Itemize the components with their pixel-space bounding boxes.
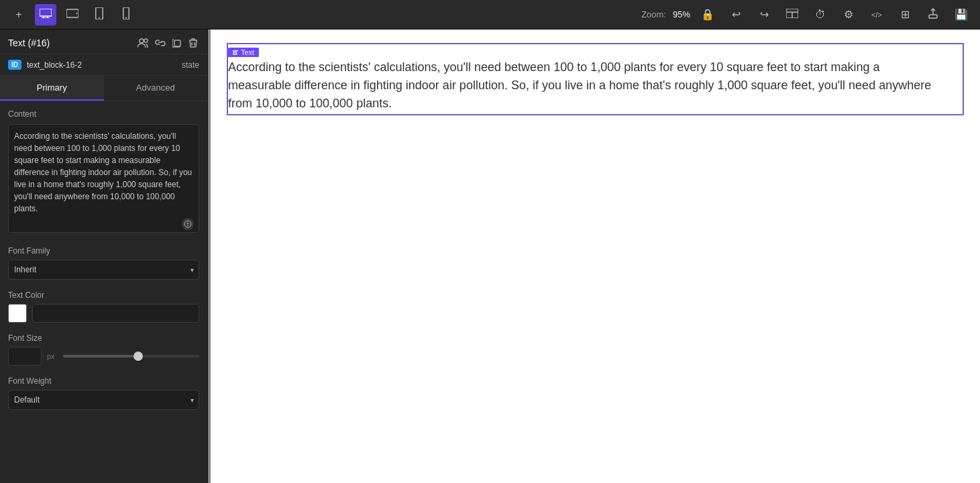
content-textarea[interactable]: According to the scientists' calculation… [8,124,199,233]
code-button[interactable]: </> [866,4,887,25]
duplicate-button[interactable] [171,37,183,49]
add-button[interactable]: + [8,4,30,25]
top-toolbar: + Zoom: 95% 🔒 ↩ [0,0,980,30]
font-size-section: Font Size px [8,333,199,366]
text-badge: Text [228,48,259,57]
toolbar-left: + [8,4,137,25]
lock-button[interactable]: 🔒 [697,4,718,25]
tablet-portrait-icon [95,7,103,22]
desktop-view-button[interactable] [35,4,56,25]
font-size-label: Font Size [8,333,199,343]
slider-thumb[interactable] [133,352,143,361]
svg-rect-24 [233,54,237,55]
save-icon: 💾 [955,8,968,21]
tablet-landscape-button[interactable] [62,4,83,25]
canvas-body-text: According to the scientists' calculation… [228,58,932,113]
undo-icon: ↩ [732,8,741,21]
text-color-label: Text Color [8,290,199,300]
save-button[interactable]: 💾 [950,4,972,25]
canvas-inner: Text According to the scientists' calcul… [211,30,980,483]
tab-primary[interactable]: Primary [0,76,104,101]
mobile-button[interactable] [115,4,137,25]
font-size-input[interactable] [8,347,42,366]
grid-button[interactable]: ⊞ [894,4,916,25]
redo-icon: ↪ [760,8,769,21]
plus-icon: + [15,9,21,21]
text-block-selected[interactable]: Text According to the scientists' calcul… [227,43,964,115]
svg-point-20 [184,221,191,227]
ai-assist-icon[interactable] [182,218,194,230]
timer-icon: ⏱ [815,9,826,21]
svg-point-14 [140,39,144,43]
svg-point-5 [76,13,78,14]
svg-rect-13 [929,15,937,18]
font-family-section: Font Family Inherit Arial Georgia Helvet… [8,246,199,280]
text-badge-label: Text [241,48,254,56]
font-family-select[interactable]: Inherit Arial Georgia Helvetica [8,260,199,280]
toolbar-right: Zoom: 95% 🔒 ↩ ↪ ⏱ ⚙ </> ⊞ [641,4,972,25]
layout-icon [786,9,798,21]
timer-button[interactable]: ⏱ [810,4,831,25]
mobile-icon [123,7,129,22]
settings-gear-button[interactable]: ⚙ [838,4,859,25]
svg-rect-17 [174,40,180,46]
content-section: Content According to the scientists' cal… [8,109,199,235]
grid-icon: ⊞ [901,8,910,21]
slider-row: px [8,347,199,366]
canvas-content: Text According to the scientists' calcul… [211,30,980,129]
redo-button[interactable]: ↪ [753,4,775,25]
svg-rect-23 [233,52,237,54]
undo-button[interactable]: ↩ [725,4,747,25]
delete-button[interactable] [187,36,199,50]
panel-title: Text (#16) [8,38,50,48]
color-row [8,304,199,323]
main-layout: Text (#16) ID text_block-16-2 state [0,30,980,483]
panel-actions [136,36,199,50]
svg-rect-22 [233,50,238,52]
font-size-slider[interactable] [63,355,199,358]
tabs-row: Primary Advanced [0,76,207,101]
id-row: ID text_block-16-2 state [0,54,207,76]
layout-button[interactable] [781,4,803,25]
font-family-label: Font Family [8,246,199,256]
color-swatch[interactable] [8,304,27,323]
users-button[interactable] [136,37,150,49]
svg-point-15 [144,39,148,42]
textarea-wrapper: According to the scientists' calculation… [8,124,199,235]
svg-rect-0 [40,9,52,16]
code-icon: </> [871,11,882,19]
font-weight-select-wrapper: Default Normal Bold ▾ [8,390,199,410]
tab-advanced[interactable]: Advanced [104,76,208,101]
font-weight-label: Font Weight [8,376,199,386]
gear-icon: ⚙ [844,8,853,21]
zoom-value: 95% [673,9,690,19]
id-badge: ID [8,60,21,70]
svg-point-21 [187,225,188,226]
lock-icon: 🔒 [701,8,714,21]
color-value-input[interactable] [32,304,199,323]
tablet-landscape-icon [66,9,78,21]
id-value: text_block-16-2 [27,60,176,70]
text-color-section: Text Color [8,290,199,323]
slider-fill [63,355,138,358]
canvas-area[interactable]: Text According to the scientists' calcul… [208,30,980,483]
tablet-portrait-button[interactable] [89,4,110,25]
panel-content: Content According to the scientists' cal… [0,101,207,483]
font-weight-select[interactable]: Default Normal Bold [8,390,199,410]
panel-header: Text (#16) [0,30,207,54]
content-label: Content [8,109,199,119]
link-button[interactable] [154,37,167,49]
svg-point-9 [125,17,127,18]
left-panel: Text (#16) ID text_block-16-2 state [0,30,208,483]
font-weight-section: Font Weight Default Normal Bold ▾ [8,376,199,410]
zoom-label: Zoom: [641,9,666,19]
export-button[interactable] [922,4,944,25]
export-icon [928,8,938,21]
font-size-unit: px [47,352,58,360]
svg-point-7 [99,17,100,18]
state-label: state [182,60,199,70]
font-family-select-wrapper: Inherit Arial Georgia Helvetica ▾ [8,260,199,280]
desktop-icon [40,9,52,21]
panel-scroll-wrapper: Content According to the scientists' cal… [0,101,207,483]
